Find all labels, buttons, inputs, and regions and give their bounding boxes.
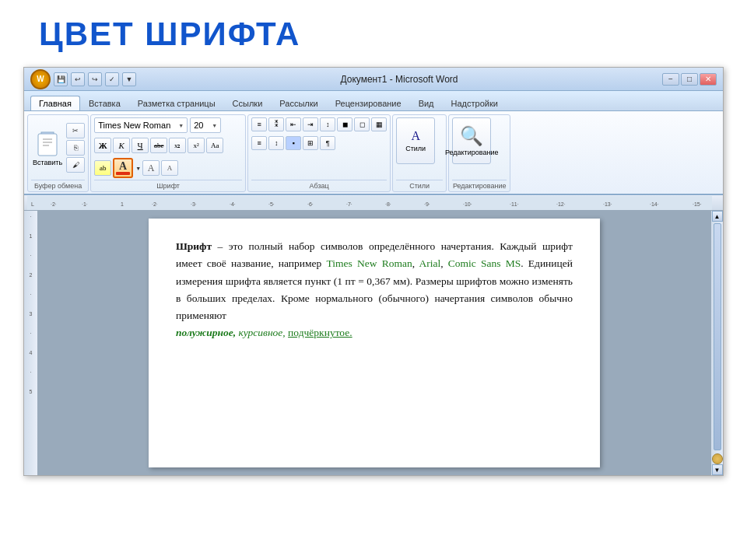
bold-button[interactable]: Ж: [94, 138, 111, 153]
indent-button[interactable]: ⇥: [303, 117, 318, 131]
strikethrough-button[interactable]: abe: [150, 138, 167, 153]
font-color-letter: A: [119, 161, 127, 172]
svg-text:·1·: ·1·: [82, 201, 88, 207]
svg-text:·9·: ·9·: [424, 201, 430, 207]
font-name-value: Times New Roman: [98, 121, 170, 130]
cut-button[interactable]: ✂: [66, 123, 85, 138]
editing-group: 🔍 Редактирование Редактирование: [448, 114, 510, 192]
document-page[interactable]: Шрифт – это полный набор символов опреде…: [149, 219, 600, 467]
clear-format-button[interactable]: Aa: [206, 138, 223, 153]
svg-text:·8·: ·8·: [385, 201, 391, 207]
quick-access-check[interactable]: ✓: [105, 72, 119, 86]
vruler-1: ·: [30, 214, 32, 219]
maximize-button[interactable]: □: [681, 73, 698, 86]
quick-access-dropdown[interactable]: ▼: [122, 72, 136, 86]
editing-label: Редактирование: [452, 180, 507, 190]
title-bar-left: W 💾 ↩ ↪ ✓ ▼: [30, 69, 136, 89]
align-right-button[interactable]: ▦: [371, 117, 387, 131]
sort-button[interactable]: ↕: [320, 117, 335, 131]
svg-rect-4: [43, 145, 49, 146]
shrink-font-button[interactable]: A: [161, 160, 178, 176]
underline-button[interactable]: Ч: [132, 138, 149, 153]
tab-home[interactable]: Главная: [30, 96, 80, 110]
tab-insert[interactable]: Вставка: [80, 96, 129, 110]
page-title: ЦВЕТ ШРИФТА: [39, 16, 300, 53]
align-justify-button[interactable]: ≡: [251, 136, 267, 150]
vertical-ruler: · 1 · 2 · 3 · 4 · 5: [24, 211, 38, 475]
align-left-button[interactable]: ◼: [337, 117, 352, 131]
quick-access-save[interactable]: 💾: [54, 72, 68, 86]
list-bullets-button[interactable]: ≡: [251, 117, 267, 131]
svg-text:·5·: ·5·: [268, 201, 275, 207]
format-painter-button[interactable]: 🖌: [66, 157, 85, 173]
list-numbers-button[interactable]: ⁑: [268, 117, 284, 131]
clipboard-label: Буфер обмена: [31, 180, 85, 190]
font-name-dropdown[interactable]: Times New Roman ▼: [94, 117, 188, 133]
vruler-6: 3: [30, 311, 33, 317]
document-title: Документ1 - Microsoft Word: [340, 74, 458, 85]
editing-button[interactable]: 🔍 Редактирование: [452, 117, 491, 164]
font-color-arrow[interactable]: ▼: [135, 166, 141, 171]
font-name-arial: Arial: [419, 257, 440, 269]
tab-review[interactable]: Рецензирование: [327, 96, 410, 110]
copy-button[interactable]: ⎘: [66, 140, 85, 156]
tab-mailings[interactable]: Рассылки: [271, 96, 326, 110]
borders-button[interactable]: ⊞: [303, 136, 318, 150]
paste-button[interactable]: Вставить: [31, 128, 64, 168]
italic-button[interactable]: К: [113, 138, 130, 153]
font-row3: ab A ▼ A A: [94, 158, 178, 178]
svg-rect-3: [43, 142, 52, 143]
minimize-button[interactable]: −: [662, 73, 679, 86]
align-center-button[interactable]: ◻: [354, 117, 370, 131]
superscript-button[interactable]: x²: [188, 138, 205, 153]
tab-addins[interactable]: Надстройки: [443, 96, 507, 110]
paragraph-content: ≡ ⁑ ⇤ ⇥ ↕ ◼ ◻ ▦ ≡ ↕ ▪ ⊞ ¶: [251, 117, 387, 178]
scroll-down-button[interactable]: ▼: [712, 464, 723, 475]
font-size-value: 20: [194, 121, 203, 130]
svg-text:·15·: ·15·: [693, 201, 702, 207]
quick-access-redo[interactable]: ↪: [88, 72, 102, 86]
paragraph-1: Шрифт – это полный набор символов опреде…: [176, 238, 573, 324]
close-button[interactable]: ✕: [700, 73, 717, 86]
vruler-9: ·: [30, 369, 32, 375]
svg-text:·14·: ·14·: [650, 201, 659, 207]
font-color-button[interactable]: A ▼: [113, 158, 141, 178]
outdent-button[interactable]: ⇤: [286, 117, 301, 131]
tab-view[interactable]: Вид: [410, 96, 443, 110]
scroll-up-button[interactable]: ▲: [712, 211, 723, 222]
word-window: W 💾 ↩ ↪ ✓ ▼ Документ1 - Microsoft Word −…: [23, 67, 724, 476]
clipboard-small-buttons: ✂ ⎘ 🖌: [66, 123, 85, 173]
page-area: Шрифт – это полный набор символов опреде…: [38, 211, 710, 475]
subscript-button[interactable]: x₂: [169, 138, 186, 153]
ruler: L ·2· ·1· 1 ·2· ·3· ·4· ·5· ·6· ·7· ·8· …: [24, 195, 723, 211]
paste-label: Вставить: [33, 159, 62, 166]
grow-font-button[interactable]: A: [142, 160, 160, 176]
clipboard-group: Вставить ✂ ⎘ 🖌 Буфер обмена: [27, 114, 89, 192]
styles-icon: A: [411, 129, 420, 143]
quick-access-undo[interactable]: ↩: [71, 72, 85, 86]
tab-references[interactable]: Ссылки: [224, 96, 272, 110]
text-underline: подчёркнутое.: [288, 327, 352, 338]
vruler-4: 2: [30, 272, 33, 278]
editing-content: 🔍 Редактирование: [452, 117, 507, 178]
title-bar: W 💾 ↩ ↪ ✓ ▼ Документ1 - Microsoft Word −…: [24, 68, 723, 91]
shading-button[interactable]: ▪: [286, 136, 301, 150]
vruler-5: ·: [30, 292, 32, 297]
line-spacing-button[interactable]: ↕: [268, 136, 284, 150]
font-size-dropdown[interactable]: 20 ▼: [190, 117, 221, 133]
office-button[interactable]: W: [30, 69, 51, 89]
font-row2: Ж К Ч abe x₂ x² Aa: [94, 138, 223, 153]
highlight-color-button[interactable]: ab: [94, 160, 111, 176]
scroll-thumb[interactable]: [714, 223, 721, 450]
editing-icon: 🔍: [460, 125, 483, 147]
pilcrow-button[interactable]: ¶: [320, 136, 335, 150]
vruler-10: 5: [30, 389, 33, 394]
text-italic: курсивное,: [238, 327, 288, 338]
styles-button[interactable]: A Стили: [396, 117, 435, 164]
para-row1: ≡ ⁑ ⇤ ⇥ ↕ ◼ ◻ ▦: [251, 117, 387, 131]
svg-text:·13·: ·13·: [603, 201, 612, 207]
document-area: · 1 · 2 · 3 · 4 · 5 Шрифт – это полный н…: [24, 211, 723, 475]
paragraph-label: Абзац: [251, 180, 387, 190]
tab-page-layout[interactable]: Разметка страницы: [129, 96, 224, 110]
scroll-circle-button[interactable]: [712, 453, 723, 464]
